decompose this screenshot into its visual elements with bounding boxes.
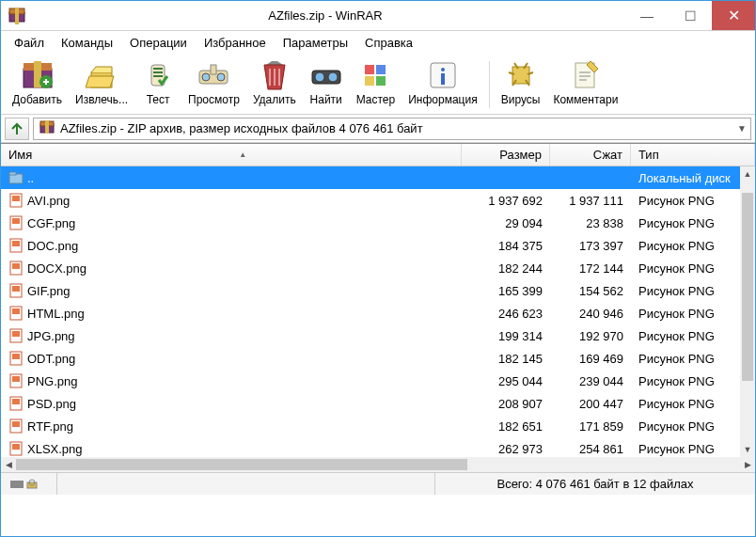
- file-packed: 154 562: [550, 284, 631, 298]
- file-row[interactable]: ODT.png182 145169 469Рисунок PNG: [1, 347, 755, 370]
- menu-item-операции[interactable]: Операции: [122, 34, 195, 52]
- toolbar-find-button[interactable]: Найти: [304, 57, 349, 108]
- up-button[interactable]: [5, 118, 29, 140]
- png-icon: [8, 328, 24, 343]
- file-row[interactable]: AVI.png1 937 6921 937 111Рисунок PNG: [1, 189, 755, 212]
- toolbar-label: Информация: [408, 93, 477, 106]
- scroll-up-icon[interactable]: ▲: [740, 166, 755, 182]
- toolbar-separator: [489, 61, 490, 108]
- menu-item-файл[interactable]: Файл: [7, 34, 52, 52]
- horizontal-scrollbar[interactable]: ◀ ▶: [1, 457, 755, 472]
- file-name: DOCX.png: [27, 261, 87, 276]
- toolbar: ДобавитьИзвлечь...ТестПросмотрУдалитьНай…: [1, 54, 755, 115]
- file-type: Рисунок PNG: [631, 194, 755, 208]
- file-type: Рисунок PNG: [631, 397, 755, 411]
- scroll-thumb[interactable]: [742, 193, 753, 381]
- toolbar-label: Просмотр: [188, 93, 240, 106]
- file-name: JPG.png: [27, 329, 75, 343]
- svg-rect-54: [10, 481, 24, 488]
- svg-rect-16: [365, 65, 374, 74]
- column-size[interactable]: Размер: [462, 144, 550, 166]
- delete-icon: [259, 59, 291, 91]
- view-icon: [197, 59, 229, 91]
- titlebar[interactable]: AZfiles.zip - WinRAR — ☐ ✕: [1, 1, 755, 31]
- dropdown-icon[interactable]: ▼: [737, 123, 747, 134]
- scroll-right-icon[interactable]: ▶: [740, 460, 755, 469]
- toolbar-view-button[interactable]: Просмотр: [182, 57, 245, 108]
- toolbar-test-button[interactable]: Тест: [135, 57, 181, 108]
- file-row[interactable]: PNG.png295 044239 044Рисунок PNG: [1, 370, 755, 392]
- scroll-thumb-h[interactable]: [16, 459, 467, 470]
- svg-rect-39: [12, 286, 20, 292]
- menu-item-избранное[interactable]: Избранное: [197, 34, 274, 52]
- path-field[interactable]: AZfiles.zip - ZIP архив, размер исходных…: [33, 118, 751, 140]
- file-packed: 1 937 111: [550, 194, 631, 208]
- svg-rect-41: [12, 308, 20, 314]
- png-icon: [8, 306, 24, 321]
- scroll-left-icon[interactable]: ◀: [1, 460, 16, 469]
- file-name: RTF.png: [27, 419, 73, 434]
- svg-rect-22: [441, 73, 445, 85]
- png-icon: [8, 396, 24, 411]
- svg-rect-2: [15, 8, 19, 24]
- toolbar-comment-button[interactable]: Комментари: [547, 57, 623, 108]
- file-row[interactable]: DOCX.png182 244172 144Рисунок PNG: [1, 257, 755, 279]
- menu-item-команды[interactable]: Команды: [54, 34, 120, 52]
- svg-rect-31: [12, 196, 20, 201]
- png-icon: [8, 441, 24, 456]
- file-size: 29 094: [462, 216, 550, 230]
- file-type: Рисунок PNG: [631, 261, 755, 276]
- file-row[interactable]: JPG.png199 314192 970Рисунок PNG: [1, 324, 755, 347]
- scroll-down-icon[interactable]: ▼: [740, 442, 755, 457]
- toolbar-label: Извлечь...: [75, 93, 128, 106]
- minimize-button[interactable]: —: [625, 1, 669, 30]
- test-icon: [142, 59, 174, 91]
- svg-rect-49: [12, 399, 20, 404]
- file-packed: 173 397: [550, 239, 631, 253]
- maximize-button[interactable]: ☐: [669, 1, 712, 30]
- toolbar-virus-button[interactable]: Вирусы: [496, 57, 546, 108]
- file-row[interactable]: PSD.png208 907200 447Рисунок PNG: [1, 392, 755, 415]
- extract-icon: [86, 59, 118, 91]
- file-type: Рисунок PNG: [631, 329, 755, 343]
- file-size: 184 375: [462, 239, 550, 253]
- svg-rect-51: [12, 421, 20, 427]
- vertical-scrollbar[interactable]: ▲ ▼: [740, 166, 755, 457]
- svg-rect-29: [9, 172, 16, 175]
- file-type: Рисунок PNG: [631, 419, 755, 434]
- column-packed[interactable]: Сжат: [550, 144, 631, 166]
- virus-icon: [505, 59, 537, 91]
- png-icon: [8, 261, 24, 276]
- column-name[interactable]: Имя▲: [1, 144, 462, 166]
- file-row[interactable]: XLSX.png262 973254 861Рисунок PNG: [1, 437, 755, 457]
- toolbar-extract-button[interactable]: Извлечь...: [70, 57, 134, 108]
- app-icon: [8, 8, 25, 24]
- parent-folder-row[interactable]: ..Локальный диск: [1, 166, 755, 189]
- toolbar-label: Добавить: [12, 93, 62, 106]
- svg-point-11: [202, 73, 210, 81]
- file-list: Имя▲ Размер Сжат Тип ..Локальный диск AV…: [1, 143, 755, 472]
- status-lock-icon[interactable]: [1, 473, 57, 495]
- file-row[interactable]: DOC.png184 375173 397Рисунок PNG: [1, 234, 755, 257]
- status-mid: [57, 473, 435, 495]
- png-icon: [8, 351, 24, 366]
- toolbar-add-button[interactable]: Добавить: [7, 57, 68, 108]
- statusbar: Всего: 4 076 461 байт в 12 файлах: [1, 472, 755, 495]
- add-icon: [22, 59, 54, 91]
- menubar: ФайлКомандыОперацииИзбранноеПараметрыСпр…: [1, 31, 755, 54]
- menu-item-параметры[interactable]: Параметры: [276, 34, 355, 52]
- menu-item-справка[interactable]: Справка: [357, 34, 420, 52]
- file-row[interactable]: RTF.png182 651171 859Рисунок PNG: [1, 415, 755, 437]
- svg-rect-10: [211, 65, 216, 74]
- toolbar-info-button[interactable]: Информация: [402, 57, 482, 108]
- close-button[interactable]: ✕: [712, 1, 755, 30]
- file-row[interactable]: HTML.png246 623240 946Рисунок PNG: [1, 302, 755, 324]
- toolbar-delete-button[interactable]: Удалить: [247, 57, 302, 108]
- toolbar-wizard-button[interactable]: Мастер: [351, 57, 402, 108]
- file-row[interactable]: CGF.png29 09423 838Рисунок PNG: [1, 212, 755, 234]
- file-name: ..: [27, 171, 34, 185]
- file-row[interactable]: GIF.png165 399154 562Рисунок PNG: [1, 279, 755, 302]
- svg-point-12: [217, 73, 225, 81]
- file-packed: 171 859: [550, 419, 631, 434]
- column-type[interactable]: Тип: [631, 144, 755, 166]
